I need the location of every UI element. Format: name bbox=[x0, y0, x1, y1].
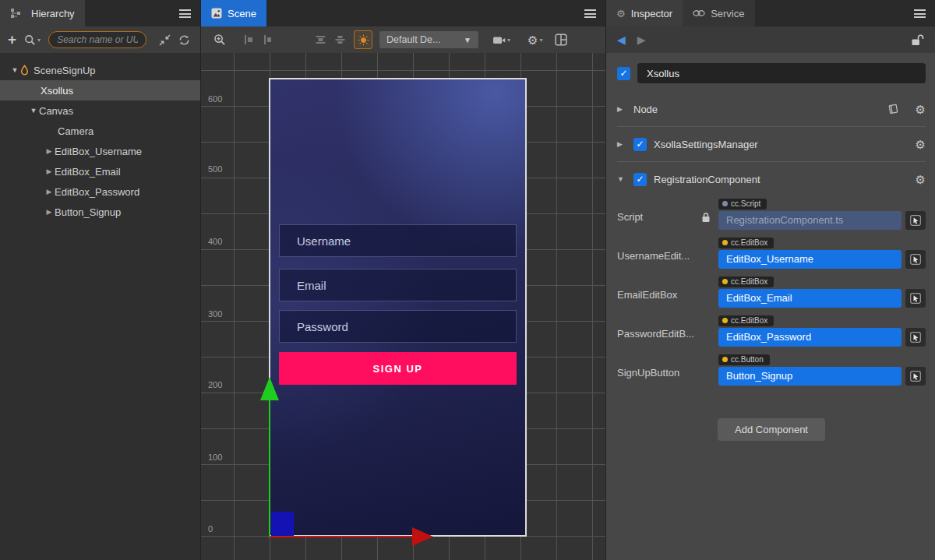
component-dot-icon bbox=[722, 240, 728, 245]
scene-menu-icon[interactable] bbox=[584, 9, 596, 18]
ruler-label: 100 bbox=[208, 453, 222, 462]
layout-grid-icon[interactable] bbox=[555, 33, 567, 46]
script-dot-icon bbox=[722, 201, 728, 206]
password-editbox-reference-field[interactable]: EditBox_Password bbox=[718, 328, 901, 347]
tree-item-editbox-email[interactable]: ▶ EditBox_Email bbox=[0, 161, 200, 181]
collapse-all-icon[interactable] bbox=[159, 34, 171, 46]
nav-back-icon[interactable]: ◀ bbox=[617, 33, 626, 46]
scene-tabbar: Scene bbox=[201, 0, 605, 26]
hierarchy-menu-icon[interactable] bbox=[179, 9, 191, 18]
gear-icon[interactable]: ⚙ bbox=[916, 104, 926, 115]
zoom-icon[interactable] bbox=[213, 33, 226, 46]
node-picker-icon[interactable] bbox=[905, 328, 926, 347]
docs-book-icon[interactable] bbox=[887, 104, 899, 114]
collapse-arrow-icon[interactable]: ▶ bbox=[44, 208, 55, 216]
gear-icon[interactable]: ⚙ bbox=[916, 174, 926, 185]
gear-icon[interactable]: ⚙▾ bbox=[527, 34, 542, 46]
tab-hierarchy[interactable]: Hierarchy bbox=[0, 0, 85, 26]
y-axis-arrow-icon[interactable] bbox=[260, 377, 279, 400]
component-name-label: XsollaSettingsManager bbox=[654, 139, 758, 150]
property-row-signup-button: SignUpButton cc.Button Button_Signup bbox=[617, 353, 926, 386]
collapse-arrow-icon[interactable]: ▶ bbox=[44, 167, 55, 175]
align-left-icon[interactable] bbox=[243, 34, 254, 45]
script-reference-field[interactable]: RegistrationComponent.ts bbox=[718, 211, 901, 230]
tree-item-canvas[interactable]: ▼ Canvas bbox=[0, 100, 200, 121]
tab-inspector-label: Inspector bbox=[631, 8, 672, 19]
hierarchy-panel: Hierarchy + ▾ ▼ SceneS bbox=[0, 0, 201, 560]
expand-arrow-icon[interactable]: ▼ bbox=[28, 107, 39, 114]
component-header-registration[interactable]: ▼ ✓ RegistrationComponent ⚙ bbox=[617, 169, 926, 189]
y-axis-gizmo[interactable] bbox=[269, 400, 270, 537]
tab-service[interactable]: Service bbox=[683, 0, 754, 26]
tree-item-label: EditBox_Password bbox=[55, 186, 139, 198]
node-picker-icon[interactable] bbox=[905, 211, 926, 230]
inspector-menu-icon[interactable] bbox=[914, 9, 926, 18]
x-axis-arrow-icon[interactable] bbox=[412, 527, 433, 546]
scene-light-toggle[interactable] bbox=[354, 30, 372, 49]
gear-icon[interactable]: ⚙ bbox=[916, 139, 926, 150]
scene-viewport[interactable]: 600 500 400 300 200 100 0 Username Email… bbox=[201, 53, 605, 560]
node-name-field[interactable]: Xsollus bbox=[637, 63, 926, 83]
expand-arrow-icon[interactable]: ▼ bbox=[617, 175, 626, 183]
tree-item-camera[interactable]: Camera bbox=[0, 121, 200, 141]
design-canvas[interactable]: Username Email Password SIGN UP bbox=[269, 78, 527, 537]
camera-preview-value: Default De... bbox=[386, 34, 440, 45]
ruler-label: 400 bbox=[208, 237, 222, 246]
align-center-h-icon[interactable] bbox=[262, 34, 273, 45]
tree-item-xsollus[interactable]: Xsollus bbox=[0, 80, 200, 100]
signup-button-reference-field[interactable]: Button_Signup bbox=[718, 367, 901, 386]
tree-item-editbox-username[interactable]: ▶ EditBox_Username bbox=[0, 141, 200, 161]
tree-item-button-signup[interactable]: ▶ Button_Signup bbox=[0, 202, 200, 222]
node-active-row: ✓ Xsollus bbox=[617, 63, 926, 83]
signup-button[interactable]: SIGN UP bbox=[279, 352, 517, 385]
node-picker-icon[interactable] bbox=[905, 367, 926, 386]
username-editbox-reference-field[interactable]: EditBox_Username bbox=[718, 250, 901, 269]
node-picker-icon[interactable] bbox=[905, 289, 926, 308]
search-filter-button[interactable]: ▾ bbox=[24, 34, 41, 46]
registration-component-properties: Script cc.Script RegistrationComponent.t… bbox=[617, 197, 926, 386]
inspector-tabbar: ⚙ Inspector Service bbox=[606, 0, 935, 26]
node-section-header[interactable]: ▶ Node ⚙ bbox=[617, 99, 926, 119]
create-node-button[interactable]: + bbox=[8, 31, 16, 48]
tree-item-editbox-password[interactable]: ▶ EditBox_Password bbox=[0, 181, 200, 202]
tab-scene[interactable]: Scene bbox=[201, 0, 266, 26]
camera-preview-dropdown[interactable]: Default De... ▼ bbox=[379, 31, 478, 48]
password-editbox[interactable]: Password bbox=[279, 310, 517, 343]
property-label: SignUpButton bbox=[617, 367, 679, 379]
email-editbox[interactable]: Email bbox=[279, 269, 517, 301]
distribute-v-icon[interactable] bbox=[315, 34, 326, 45]
username-editbox[interactable]: Username bbox=[279, 224, 517, 257]
distribute-h-icon[interactable] bbox=[334, 34, 346, 45]
search-input[interactable] bbox=[48, 31, 146, 48]
hierarchy-tree: ▼ SceneSignUp Xsollus ▼ Canvas Camera ▶ … bbox=[0, 53, 200, 560]
property-label: UsernameEdit... bbox=[617, 250, 690, 262]
nav-forward-icon[interactable]: ▶ bbox=[637, 33, 646, 46]
add-component-button[interactable]: Add Component bbox=[718, 418, 825, 441]
tree-item-scene[interactable]: ▼ SceneSignUp bbox=[0, 60, 200, 80]
component-dot-icon bbox=[722, 357, 728, 362]
collapse-arrow-icon[interactable]: ▶ bbox=[617, 105, 626, 113]
inspector-content: ✓ Xsollus ▶ Node ⚙ ▶ ✓ XsollaSettingsMan… bbox=[606, 53, 935, 560]
email-editbox-reference-field[interactable]: EditBox_Email bbox=[718, 289, 901, 308]
collapse-arrow-icon[interactable]: ▶ bbox=[617, 140, 626, 148]
origin-handle[interactable] bbox=[271, 512, 294, 536]
tree-item-label: EditBox_Email bbox=[55, 166, 121, 178]
component-header-xsolla-settings[interactable]: ▶ ✓ XsollaSettingsManager ⚙ bbox=[617, 134, 926, 154]
camera-icon[interactable]: ▾ bbox=[492, 35, 510, 45]
node-picker-icon[interactable] bbox=[905, 250, 926, 269]
collapse-arrow-icon[interactable]: ▶ bbox=[44, 147, 55, 155]
unlock-icon[interactable] bbox=[911, 34, 924, 46]
property-row-email-editbox: EmailEditBox cc.EditBox EditBox_Email bbox=[617, 275, 926, 308]
expand-arrow-icon[interactable]: ▼ bbox=[9, 66, 20, 74]
tab-inspector[interactable]: ⚙ Inspector bbox=[606, 0, 683, 26]
chevron-down-icon: ▼ bbox=[464, 36, 471, 44]
node-active-checkbox[interactable]: ✓ bbox=[617, 67, 630, 80]
collapse-arrow-icon[interactable]: ▶ bbox=[44, 188, 55, 195]
chevron-down-icon: ▾ bbox=[539, 37, 542, 44]
x-axis-gizmo[interactable] bbox=[270, 536, 413, 537]
tab-hierarchy-label: Hierarchy bbox=[31, 8, 75, 19]
refresh-icon[interactable] bbox=[178, 34, 190, 46]
component-enabled-checkbox[interactable]: ✓ bbox=[633, 173, 647, 186]
property-row-script: Script cc.Script RegistrationComponent.t… bbox=[617, 197, 926, 230]
component-enabled-checkbox[interactable]: ✓ bbox=[633, 138, 647, 151]
